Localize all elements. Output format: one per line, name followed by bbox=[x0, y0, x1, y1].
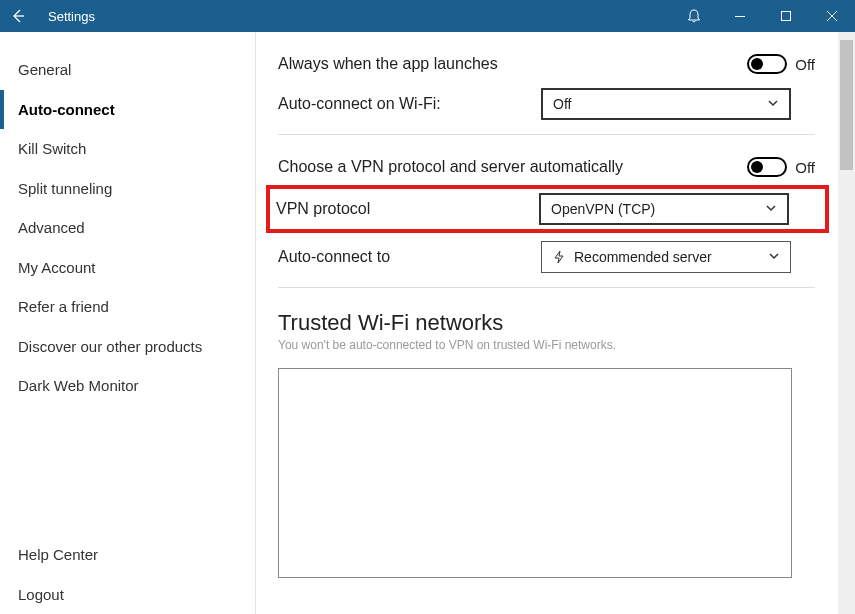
window-title: Settings bbox=[48, 9, 95, 24]
vpn-protocol-value: OpenVPN (TCP) bbox=[551, 201, 655, 217]
trusted-wifi-title: Trusted Wi-Fi networks bbox=[278, 310, 815, 336]
sidebar: General Auto-connect Kill Switch Split t… bbox=[0, 32, 256, 614]
titlebar: Settings bbox=[0, 0, 855, 32]
sidebar-item-auto-connect[interactable]: Auto-connect bbox=[0, 90, 255, 130]
launch-label: Always when the app launches bbox=[278, 55, 541, 73]
auto-protocol-label: Choose a VPN protocol and server automat… bbox=[278, 158, 747, 176]
sidebar-item-logout[interactable]: Logout bbox=[0, 575, 255, 615]
chevron-down-icon bbox=[768, 249, 780, 265]
sidebar-item-other-products[interactable]: Discover our other products bbox=[0, 327, 255, 367]
vpn-protocol-label: VPN protocol bbox=[276, 200, 539, 218]
maximize-button[interactable] bbox=[763, 0, 809, 32]
chevron-down-icon bbox=[767, 96, 779, 112]
trusted-wifi-subtitle: You won't be auto-connected to VPN on tr… bbox=[278, 338, 815, 352]
auto-protocol-toggle-state: Off bbox=[795, 159, 815, 176]
lightning-icon bbox=[552, 250, 566, 264]
auto-connect-to-value: Recommended server bbox=[574, 249, 712, 265]
notification-icon[interactable] bbox=[671, 0, 717, 32]
close-button[interactable] bbox=[809, 0, 855, 32]
vpn-protocol-select[interactable]: OpenVPN (TCP) bbox=[539, 193, 789, 225]
svg-rect-0 bbox=[735, 16, 745, 17]
sidebar-item-my-account[interactable]: My Account bbox=[0, 248, 255, 288]
trusted-wifi-list[interactable] bbox=[278, 368, 792, 578]
launch-toggle-state: Off bbox=[795, 56, 815, 73]
divider bbox=[278, 287, 815, 288]
back-button[interactable] bbox=[8, 8, 28, 24]
vpn-protocol-highlight: VPN protocol OpenVPN (TCP) bbox=[272, 191, 823, 227]
sidebar-item-refer-friend[interactable]: Refer a friend bbox=[0, 287, 255, 327]
wifi-autoconnect-value: Off bbox=[553, 96, 571, 112]
sidebar-item-kill-switch[interactable]: Kill Switch bbox=[0, 129, 255, 169]
auto-connect-to-label: Auto-connect to bbox=[278, 248, 541, 266]
svg-rect-1 bbox=[782, 12, 791, 21]
chevron-down-icon bbox=[765, 201, 777, 217]
minimize-button[interactable] bbox=[717, 0, 763, 32]
sidebar-item-advanced[interactable]: Advanced bbox=[0, 208, 255, 248]
wifi-autoconnect-select[interactable]: Off bbox=[541, 88, 791, 120]
content-pane: Always when the app launches Off Auto-co… bbox=[256, 32, 855, 614]
wifi-autoconnect-label: Auto-connect on Wi-Fi: bbox=[278, 95, 541, 113]
sidebar-item-general[interactable]: General bbox=[0, 50, 255, 90]
auto-connect-to-select[interactable]: Recommended server bbox=[541, 241, 791, 273]
scrollbar[interactable] bbox=[838, 32, 855, 614]
sidebar-item-dark-web-monitor[interactable]: Dark Web Monitor bbox=[0, 366, 255, 406]
launch-toggle[interactable] bbox=[747, 54, 787, 74]
sidebar-item-help-center[interactable]: Help Center bbox=[0, 535, 255, 575]
auto-protocol-toggle[interactable] bbox=[747, 157, 787, 177]
scrollbar-thumb[interactable] bbox=[840, 40, 853, 170]
divider bbox=[278, 134, 815, 135]
sidebar-item-split-tunneling[interactable]: Split tunneling bbox=[0, 169, 255, 209]
